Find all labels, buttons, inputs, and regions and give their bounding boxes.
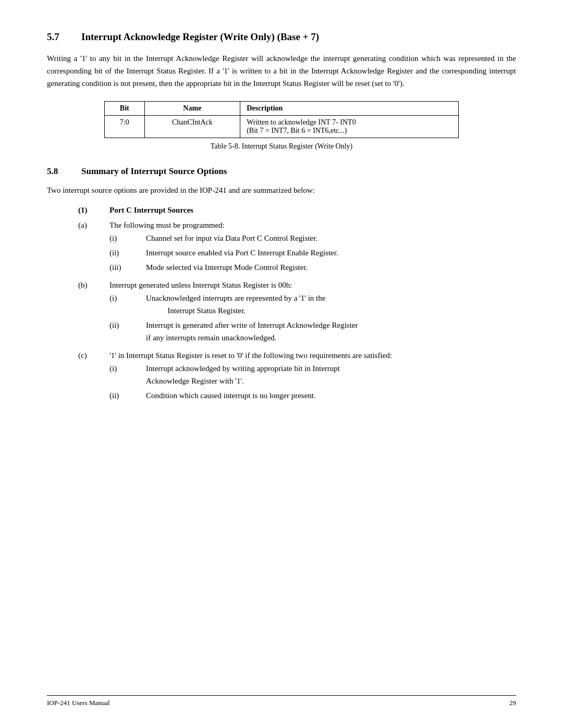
item-b-text: Interrupt generated unless Interrupt Sta… [109, 281, 292, 289]
page: 5.7 Interrupt Acknowledge Register (Writ… [0, 0, 563, 728]
footer-left: IOP-241 Users Manual [47, 699, 110, 707]
item-a: (a) The following must be programmed: (i… [78, 221, 516, 276]
interrupt-table: Bit Name Description 7:0 ChanCIntAck Wri… [104, 101, 459, 138]
item-a-container: (a) The following must be programmed: (i… [47, 221, 516, 404]
section-58-title: Summary of Interrupt Source Options [81, 166, 227, 177]
table-container: Bit Name Description 7:0 ChanCIntAck Wri… [104, 101, 459, 151]
item-a-iii: (iii) Mode selected via Interrupt Mode C… [109, 261, 516, 274]
col-description-header: Description [240, 102, 459, 116]
item-a-marker: (a) [78, 221, 109, 230]
section-57-title: Interrupt Acknowledge Register (Write On… [81, 31, 319, 43]
item-c-ii: (ii) Condition which caused interrupt is… [109, 389, 516, 402]
item-a-ii: (ii) Interrupt source enabled via Port C… [109, 246, 516, 259]
port-c-heading: (1) Port C Interrupt Sources [47, 206, 516, 215]
description-text: Written to acknowledge INT 7- INT0 (Bit … [247, 118, 452, 135]
section-57-number: 5.7 [47, 31, 72, 43]
item-b-ii-marker: (ii) [109, 319, 146, 331]
item-c-text: '1' in Interrupt Status Register is rese… [109, 351, 392, 360]
item-b-marker: (b) [78, 281, 109, 290]
footer-right: 29 [509, 699, 516, 707]
item-c-i-marker: (i) [109, 362, 146, 375]
item-c-i: (i) Interrupt acknowledged by writing ap… [109, 362, 516, 387]
table-caption: Table 5-8. Interrupt Status Register (Wr… [104, 142, 459, 151]
item-a-ii-text: Interrupt source enabled via Port C Inte… [146, 246, 516, 259]
item-c-i-text: Interrupt acknowledged by writing approp… [146, 362, 516, 387]
col-bit-header: Bit [105, 102, 145, 116]
description-line1: Written to acknowledge INT 7- INT0 [247, 118, 452, 127]
item-b-i: (i) Unacknowledged interrupts are repres… [109, 292, 516, 317]
item-c: (c) '1' in Interrupt Status Register is … [78, 351, 516, 404]
item-a-i-text: Channel set for input via Data Port C Co… [146, 232, 516, 244]
item-a-content: The following must be programmed: (i) Ch… [109, 221, 516, 276]
item-a-ii-marker: (ii) [109, 246, 146, 259]
item-b-ii-text: Interrupt is generated after write of In… [146, 319, 516, 344]
item-b-ii: (ii) Interrupt is generated after write … [109, 319, 516, 344]
item-c-ii-text: Condition which caused interrupt is no l… [146, 389, 516, 402]
cell-description: Written to acknowledge INT 7- INT0 (Bit … [240, 116, 459, 138]
section-58: 5.8 Summary of Interrupt Source Options … [47, 166, 516, 404]
item-a-iii-marker: (iii) [109, 261, 146, 274]
item-b: (b) Interrupt generated unless Interrupt… [78, 281, 516, 346]
table-header-row: Bit Name Description [105, 102, 459, 116]
section-58-number: 5.8 [47, 166, 72, 177]
section-57-heading: 5.7 Interrupt Acknowledge Register (Writ… [47, 31, 516, 43]
section-58-heading: 5.8 Summary of Interrupt Source Options [47, 166, 516, 177]
item-c-marker: (c) [78, 351, 109, 360]
footer: IOP-241 Users Manual 29 [47, 695, 516, 707]
item-b-sublist: (i) Unacknowledged interrupts are repres… [109, 292, 516, 344]
item-a-i-marker: (i) [109, 232, 146, 244]
cell-bit: 7:0 [105, 116, 145, 138]
section-58-intro: Two interrupt source options are provide… [47, 184, 516, 196]
port-c-number: (1) [78, 206, 109, 215]
port-c-title: Port C Interrupt Sources [109, 206, 193, 215]
section-57: 5.7 Interrupt Acknowledge Register (Writ… [47, 31, 516, 151]
col-name-header: Name [144, 102, 240, 116]
item-a-text: The following must be programmed: [109, 221, 225, 229]
item-c-sublist: (i) Interrupt acknowledged by writing ap… [109, 362, 516, 402]
item-c-content: '1' in Interrupt Status Register is rese… [109, 351, 516, 404]
section-57-body: Writing a '1' to any bit in the Interrup… [47, 52, 516, 90]
item-b-i-text: Unacknowledged interrupts are represente… [146, 292, 516, 317]
cell-name: ChanCIntAck [144, 116, 240, 138]
item-b-i-marker: (i) [109, 292, 146, 304]
item-a-iii-text: Mode selected via Interrupt Mode Control… [146, 261, 516, 274]
item-a-i: (i) Channel set for input via Data Port … [109, 232, 516, 244]
item-c-ii-marker: (ii) [109, 389, 146, 402]
description-line2: (Bit 7 = INT7, Bit 6 = INT6,etc...) [247, 127, 452, 135]
item-a-sublist: (i) Channel set for input via Data Port … [109, 232, 516, 274]
table-row: 7:0 ChanCIntAck Written to acknowledge I… [105, 116, 459, 138]
item-b-content: Interrupt generated unless Interrupt Sta… [109, 281, 516, 346]
